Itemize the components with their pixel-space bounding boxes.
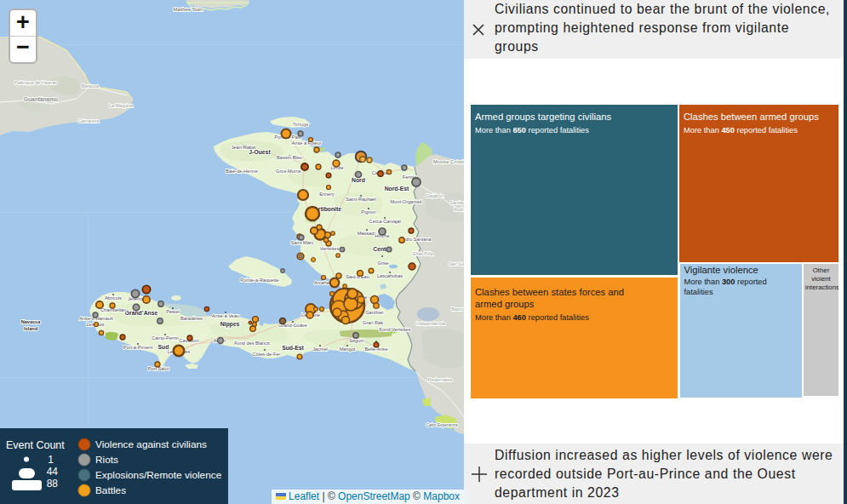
svg-text:Nord-Est: Nord-Est — [385, 186, 409, 192]
svg-text:Tortuga: Tortuga — [293, 122, 308, 127]
svg-text:San Juan: San Juan — [449, 261, 464, 266]
svg-text:Pointe-à-Raquette: Pointe-à-Raquette — [240, 278, 278, 283]
svg-text:Saint-Marc: Saint-Marc — [290, 240, 313, 245]
svg-text:Violence against civilians: Violence against civilians — [95, 438, 207, 450]
svg-text:Fond-Verrettes: Fond-Verrettes — [380, 327, 411, 332]
svg-text:Verrettes: Verrettes — [320, 246, 340, 251]
svg-text:Cerca-Carvajal: Cerca-Carvajal — [369, 219, 400, 224]
svg-text:Explosions/Remote violence: Explosions/Remote violence — [95, 469, 222, 481]
svg-text:Independencia: Independencia — [416, 321, 445, 326]
svg-text:Event Count: Event Count — [6, 439, 65, 451]
svg-text:88: 88 — [47, 478, 59, 490]
svg-text:Grise: Grise — [377, 261, 388, 266]
svg-text:Baradères: Baradères — [180, 316, 203, 321]
svg-text:Rodríg: Rodríg — [454, 207, 464, 212]
svg-text:Ennery: Ennery — [319, 192, 335, 197]
svg-text:Baracoa: Baracoa — [82, 83, 99, 89]
svg-text:Anse-à-Veau: Anse-à-Veau — [212, 313, 239, 318]
svg-text:Santiago: Santiago — [450, 200, 464, 205]
svg-text:Sud-Est: Sud-Est — [282, 345, 304, 351]
svg-text:Gros-Morne: Gros-Morne — [276, 169, 301, 174]
svg-text:Pedernales: Pedernales — [428, 377, 453, 382]
svg-text:Riots: Riots — [95, 454, 118, 466]
svg-text:Pignon: Pignon — [361, 209, 375, 215]
svg-text:Pestel: Pestel — [166, 309, 180, 314]
svg-text:Baoruco: Baoruco — [451, 306, 464, 312]
svg-text:Massade: Massade — [358, 231, 377, 236]
svg-text:Saint-Raphaël: Saint-Raphaël — [346, 197, 375, 202]
svg-text:Séguin: Séguin — [349, 338, 363, 343]
svg-text:Camp-Perrin: Camp-Perrin — [152, 335, 179, 341]
svg-text:Ganthier: Ganthier — [365, 310, 384, 315]
svg-text:Port-à-Piment: Port-à-Piment — [123, 345, 153, 350]
svg-text:Battles: Battles — [95, 484, 126, 496]
svg-text:1: 1 — [48, 454, 54, 466]
svg-text:J-Ouest: J-Ouest — [249, 149, 271, 155]
svg-text:Jean-Rabel: Jean-Rabel — [232, 145, 256, 150]
svg-text:Navassa: Navassa — [21, 319, 42, 324]
svg-text:Caimanera: Caimanera — [78, 118, 100, 123]
svg-text:Gran Rak: Gran Rak — [363, 320, 383, 325]
svg-text:Palenque de Yateras: Palenque de Yateras — [14, 80, 57, 85]
svg-text:Côtes-de-Fer: Côtes-de-Fer — [253, 352, 281, 357]
svg-text:Cabo Esperanza: Cabo Esperanza — [426, 422, 457, 427]
svg-text:Mont-Organisé: Mont-Organisé — [391, 199, 422, 204]
svg-text:Jacmel: Jacmel — [312, 346, 328, 352]
svg-text:Anse à Foleur: Anse à Foleur — [292, 140, 322, 146]
svg-text:La Máquina: La Máquina — [109, 103, 133, 108]
svg-text:Monte Cristi: Monte Cristi — [433, 158, 464, 164]
svg-text:Bassin-Bleu: Bassin-Bleu — [277, 155, 302, 160]
svg-text:Guantánamo: Guantánamo — [24, 96, 58, 102]
svg-text:Marigot: Marigot — [340, 346, 356, 352]
svg-text:Lascahobas: Lascahobas — [377, 273, 403, 278]
svg-text:Island: Island — [24, 326, 38, 331]
svg-text:Matthew Town: Matthew Town — [174, 7, 203, 12]
svg-text:Fond des Blancs: Fond des Blancs — [234, 341, 270, 346]
svg-text:Grand’Anse: Grand’Anse — [125, 310, 158, 316]
svg-text:Dajabón: Dajabón — [426, 193, 444, 198]
svg-text:Abricots: Abricots — [105, 295, 122, 301]
svg-text:Nippes: Nippes — [220, 321, 240, 328]
svg-text:44: 44 — [47, 466, 59, 478]
svg-text:Baie-de-Henne: Baie-de-Henne — [226, 169, 258, 174]
svg-text:Elías Piña: Elías Piña — [413, 251, 432, 256]
